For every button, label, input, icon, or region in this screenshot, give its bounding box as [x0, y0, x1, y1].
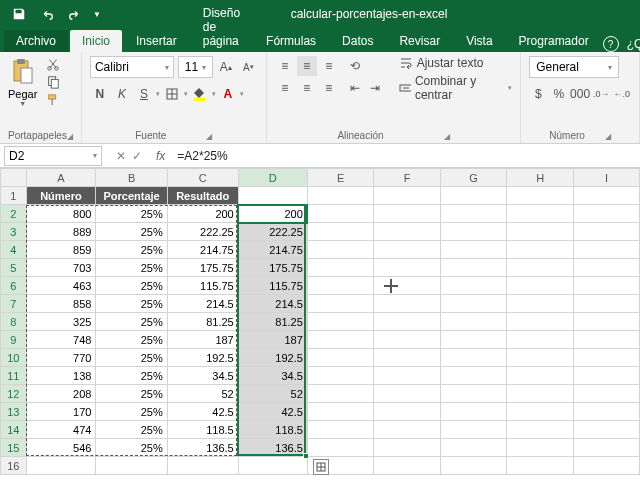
- cell[interactable]: 192.5: [238, 349, 307, 367]
- tab-vista[interactable]: Vista: [454, 30, 504, 52]
- cell[interactable]: 52: [238, 385, 307, 403]
- column-header[interactable]: F: [374, 169, 440, 187]
- align-center-icon[interactable]: ≡: [297, 78, 317, 98]
- column-header[interactable]: H: [507, 169, 574, 187]
- row-header[interactable]: 15: [1, 439, 27, 457]
- help-icon[interactable]: ?: [603, 36, 619, 52]
- cell[interactable]: 208: [26, 385, 96, 403]
- cell[interactable]: [440, 439, 507, 457]
- align-bottom-icon[interactable]: ≡: [319, 56, 339, 76]
- row-header[interactable]: 1: [1, 187, 27, 205]
- dialog-launcher-icon[interactable]: ◢: [605, 132, 611, 141]
- worksheet-grid[interactable]: ABCDEFGHI1NúmeroPorcentajeResultado28002…: [0, 168, 640, 475]
- cell[interactable]: [573, 295, 639, 313]
- row-header[interactable]: 11: [1, 367, 27, 385]
- cell[interactable]: [507, 403, 574, 421]
- cell[interactable]: 81.25: [238, 313, 307, 331]
- cell[interactable]: [440, 259, 507, 277]
- align-right-icon[interactable]: ≡: [319, 78, 339, 98]
- cell[interactable]: [238, 187, 307, 205]
- cell[interactable]: 25%: [96, 439, 167, 457]
- cell[interactable]: [307, 205, 373, 223]
- cell[interactable]: [307, 241, 373, 259]
- decrease-decimal-icon[interactable]: ←.0: [613, 84, 631, 104]
- column-header[interactable]: C: [167, 169, 238, 187]
- cut-icon[interactable]: [43, 56, 63, 72]
- percent-format-icon[interactable]: %: [550, 84, 568, 104]
- increase-decimal-icon[interactable]: .0→: [592, 84, 610, 104]
- cell[interactable]: [573, 439, 639, 457]
- cell[interactable]: [440, 205, 507, 223]
- cell[interactable]: [374, 331, 440, 349]
- paste-icon[interactable]: [9, 56, 37, 88]
- cell[interactable]: 118.5: [167, 421, 238, 439]
- row-header[interactable]: 4: [1, 241, 27, 259]
- align-middle-icon[interactable]: ≡: [297, 56, 317, 76]
- cell[interactable]: [374, 313, 440, 331]
- cell[interactable]: [374, 277, 440, 295]
- font-name-select[interactable]: Calibri▾: [90, 56, 174, 78]
- cancel-formula-icon[interactable]: ✕: [116, 149, 126, 163]
- cell[interactable]: 192.5: [167, 349, 238, 367]
- align-top-icon[interactable]: ≡: [275, 56, 295, 76]
- cell[interactable]: [507, 385, 574, 403]
- cell[interactable]: 889: [26, 223, 96, 241]
- row-header[interactable]: 16: [1, 457, 27, 475]
- select-all-corner[interactable]: [1, 169, 27, 187]
- cell[interactable]: 42.5: [167, 403, 238, 421]
- cell[interactable]: 200: [167, 205, 238, 223]
- cell[interactable]: [440, 331, 507, 349]
- font-color-icon[interactable]: A: [218, 84, 238, 104]
- cell[interactable]: 187: [167, 331, 238, 349]
- dialog-launcher-icon[interactable]: ◢: [206, 132, 212, 141]
- accounting-format-icon[interactable]: $: [529, 84, 547, 104]
- cell[interactable]: 325: [26, 313, 96, 331]
- cell[interactable]: 25%: [96, 223, 167, 241]
- row-header[interactable]: 5: [1, 259, 27, 277]
- cell[interactable]: [374, 259, 440, 277]
- cell[interactable]: [307, 385, 373, 403]
- cell[interactable]: [507, 277, 574, 295]
- dialog-launcher-icon[interactable]: ◢: [444, 132, 450, 141]
- cell[interactable]: 115.75: [167, 277, 238, 295]
- cell[interactable]: [573, 385, 639, 403]
- column-header[interactable]: E: [307, 169, 373, 187]
- decrease-indent-icon[interactable]: ⇤: [345, 78, 365, 98]
- cell[interactable]: 115.75: [238, 277, 307, 295]
- cell[interactable]: 25%: [96, 385, 167, 403]
- cell[interactable]: 474: [26, 421, 96, 439]
- cell[interactable]: 175.75: [238, 259, 307, 277]
- cell[interactable]: [307, 187, 373, 205]
- cell[interactable]: 34.5: [238, 367, 307, 385]
- table-header-cell[interactable]: Resultado: [167, 187, 238, 205]
- row-header[interactable]: 2: [1, 205, 27, 223]
- cell[interactable]: [573, 187, 639, 205]
- font-size-select[interactable]: 11▾: [178, 56, 212, 78]
- cell[interactable]: [374, 187, 440, 205]
- cell[interactable]: [573, 223, 639, 241]
- wrap-text-button[interactable]: Ajustar texto: [399, 56, 513, 70]
- cell[interactable]: [374, 439, 440, 457]
- cell[interactable]: [374, 367, 440, 385]
- fx-icon[interactable]: fx: [150, 149, 171, 163]
- cell[interactable]: [440, 421, 507, 439]
- tab-insertar[interactable]: Insertar: [124, 30, 189, 52]
- qat-dropdown-icon[interactable]: ▼: [90, 3, 104, 25]
- cell[interactable]: [307, 439, 373, 457]
- save-icon[interactable]: [6, 3, 32, 25]
- paste-label[interactable]: Pegar: [8, 88, 37, 100]
- column-header[interactable]: D: [238, 169, 307, 187]
- cell[interactable]: 200: [238, 205, 307, 223]
- tab-formulas[interactable]: Fórmulas: [254, 30, 328, 52]
- table-header-cell[interactable]: Porcentaje: [96, 187, 167, 205]
- cell[interactable]: [573, 313, 639, 331]
- underline-button[interactable]: S: [134, 84, 154, 104]
- cell[interactable]: 800: [26, 205, 96, 223]
- cell[interactable]: [307, 331, 373, 349]
- fill-color-icon[interactable]: [190, 84, 210, 104]
- cell[interactable]: [440, 241, 507, 259]
- cell[interactable]: [440, 457, 507, 475]
- increase-indent-icon[interactable]: ⇥: [365, 78, 385, 98]
- cell[interactable]: [307, 259, 373, 277]
- cell[interactable]: 25%: [96, 349, 167, 367]
